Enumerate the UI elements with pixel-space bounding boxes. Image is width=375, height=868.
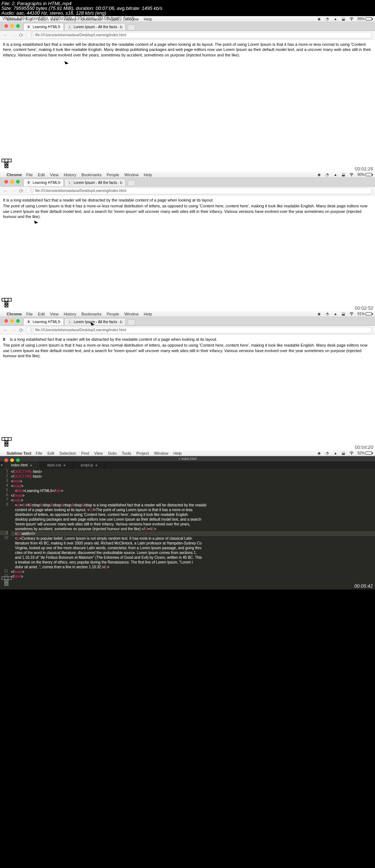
- menu-bookmarks[interactable]: Bookmarks: [81, 173, 101, 177]
- menu-goto[interactable]: Goto: [108, 451, 117, 455]
- tab-style-css[interactable]: style.css●: [40, 461, 73, 469]
- menu-window[interactable]: Window: [124, 173, 138, 177]
- menu-find[interactable]: Find: [81, 451, 89, 455]
- menu-view[interactable]: View: [50, 312, 59, 316]
- menu-people[interactable]: People: [107, 173, 119, 177]
- cloud-icon[interactable]: ◔: [325, 173, 330, 177]
- tab-lorem-ipsum[interactable]: LLorem Ipsum - All the facts - L×: [64, 318, 126, 325]
- svg-point-20: [351, 315, 352, 315]
- menu-file[interactable]: File: [36, 451, 42, 455]
- menu-selection[interactable]: Selection: [59, 451, 76, 455]
- close-icon[interactable]: ×: [59, 320, 61, 324]
- paragraph-1: It is a long established fact that a rea…: [3, 197, 372, 203]
- tab-script-js[interactable]: script.js●: [73, 461, 105, 469]
- dropbox-icon[interactable]: ⬓: [341, 312, 346, 316]
- reload-button[interactable]: ⟳: [19, 188, 23, 194]
- close-icon[interactable]: ×: [121, 320, 123, 324]
- battery-indicator[interactable]: 92%: [357, 451, 372, 455]
- menu-edit[interactable]: Edit: [47, 451, 54, 455]
- menu-help[interactable]: Help: [174, 451, 182, 455]
- info-icon[interactable]: i: [30, 189, 34, 193]
- menu-view[interactable]: View: [50, 173, 59, 177]
- back-button[interactable]: ←: [3, 188, 8, 194]
- eye-icon[interactable]: ◉: [317, 173, 322, 177]
- back-button[interactable]: ←: [3, 32, 8, 38]
- menu-edit[interactable]: Edit: [38, 312, 45, 316]
- drive-icon[interactable]: ▲: [333, 17, 338, 21]
- drive-icon[interactable]: ▲: [333, 451, 338, 455]
- forward-button[interactable]: →: [11, 327, 16, 333]
- menu-help[interactable]: Help: [144, 17, 152, 21]
- paragraph-2: The point of using Lorem Ipsum is that i…: [3, 203, 372, 219]
- battery-indicator[interactable]: 89%: [357, 17, 372, 21]
- cloud-icon[interactable]: ◔: [325, 312, 330, 316]
- cloud-icon[interactable]: ◔: [325, 17, 330, 21]
- url-field[interactable]: ifile:///Users/ankitsrivastava/Desktop/L…: [26, 327, 372, 333]
- menu-tools[interactable]: Tools: [122, 451, 131, 455]
- menu-history[interactable]: History: [64, 312, 76, 316]
- dropbox-icon[interactable]: ⬓: [341, 17, 346, 21]
- menu-people[interactable]: People: [107, 312, 119, 316]
- eye-icon[interactable]: ◉: [317, 451, 322, 455]
- tab-lorem-ipsum[interactable]: LLorem Ipsum - All the facts - L×: [64, 179, 126, 186]
- window-controls[interactable]: [1, 457, 23, 463]
- forward-button[interactable]: →: [11, 188, 16, 194]
- url-field[interactable]: ifile:///Users/ankitsrivastava/Desktop/L…: [26, 188, 372, 194]
- file-icon: 🗎: [27, 25, 31, 29]
- battery-indicator[interactable]: 91%: [357, 312, 372, 316]
- url-field[interactable]: ifile:///Users/ankitsrivastava/Desktop/L…: [26, 32, 372, 38]
- close-icon[interactable]: ×: [59, 25, 61, 29]
- menu-file[interactable]: File: [26, 312, 33, 316]
- info-icon[interactable]: i: [30, 328, 34, 332]
- back-button[interactable]: ←: [3, 327, 8, 333]
- close-icon[interactable]: ×: [59, 181, 61, 185]
- svg-point-10: [351, 176, 352, 176]
- wifi-icon[interactable]: [349, 451, 354, 455]
- reload-button[interactable]: ⟳: [19, 32, 23, 38]
- menu-window[interactable]: Window: [124, 312, 138, 316]
- new-tab-button[interactable]: [128, 180, 135, 186]
- mac-menubar: Chrome File Edit View History Bookmarks …: [0, 172, 375, 178]
- wifi-icon[interactable]: [349, 17, 354, 21]
- wifi-icon[interactable]: [349, 173, 354, 177]
- app-name[interactable]: Chrome: [7, 173, 22, 177]
- window-controls[interactable]: [1, 318, 23, 324]
- menu-view[interactable]: View: [94, 451, 103, 455]
- window-controls[interactable]: [1, 23, 23, 29]
- timestamp: 00:02:52: [354, 305, 373, 310]
- menu-project[interactable]: Project: [136, 451, 149, 455]
- page-content: It is a long established fact that a rea…: [0, 40, 375, 60]
- info-icon[interactable]: i: [30, 33, 34, 37]
- app-name[interactable]: Sublime Text: [7, 451, 31, 455]
- dropbox-icon[interactable]: ⬓: [341, 451, 346, 455]
- drive-icon[interactable]: ▲: [333, 312, 338, 316]
- paragraph-1: It is a long established fact that a rea…: [3, 337, 372, 342]
- menu-window[interactable]: Window: [154, 451, 168, 455]
- window-controls[interactable]: [1, 178, 23, 185]
- app-name[interactable]: Chrome: [7, 312, 22, 316]
- menu-file[interactable]: File: [26, 173, 33, 177]
- tab-lorem-ipsum[interactable]: LLorem Ipsum - All the facts - L×: [64, 23, 126, 30]
- menu-bookmarks[interactable]: Bookmarks: [81, 312, 101, 316]
- menu-help[interactable]: Help: [144, 173, 152, 177]
- new-tab-button[interactable]: [128, 320, 135, 325]
- close-icon[interactable]: ×: [121, 181, 123, 185]
- menu-history[interactable]: History: [64, 173, 76, 177]
- drive-icon[interactable]: ▲: [333, 173, 338, 177]
- dropbox-icon[interactable]: ⬓: [341, 173, 346, 177]
- new-tab-button[interactable]: [128, 25, 135, 30]
- close-icon[interactable]: ×: [121, 25, 123, 29]
- eye-icon[interactable]: ◉: [317, 17, 322, 21]
- tab-learning-html5[interactable]: 🗎Learning HTML5×: [23, 179, 64, 186]
- cloud-icon[interactable]: ◔: [325, 451, 330, 455]
- wifi-icon[interactable]: [349, 312, 354, 316]
- reload-button[interactable]: ⟳: [19, 327, 23, 333]
- battery-indicator[interactable]: 90%: [357, 173, 372, 177]
- tab-learning-html5[interactable]: 🗎Learning HTML5×: [23, 23, 64, 30]
- forward-button[interactable]: →: [11, 32, 16, 38]
- tab-learning-html5[interactable]: 🗎Learning HTML5×: [23, 318, 64, 325]
- code-editor[interactable]: 123456789101112 <!DOCTYPE html> <!DOCTYP…: [0, 469, 375, 579]
- eye-icon[interactable]: ◉: [317, 312, 322, 316]
- menu-edit[interactable]: Edit: [38, 173, 45, 177]
- menu-help[interactable]: Help: [144, 312, 152, 316]
